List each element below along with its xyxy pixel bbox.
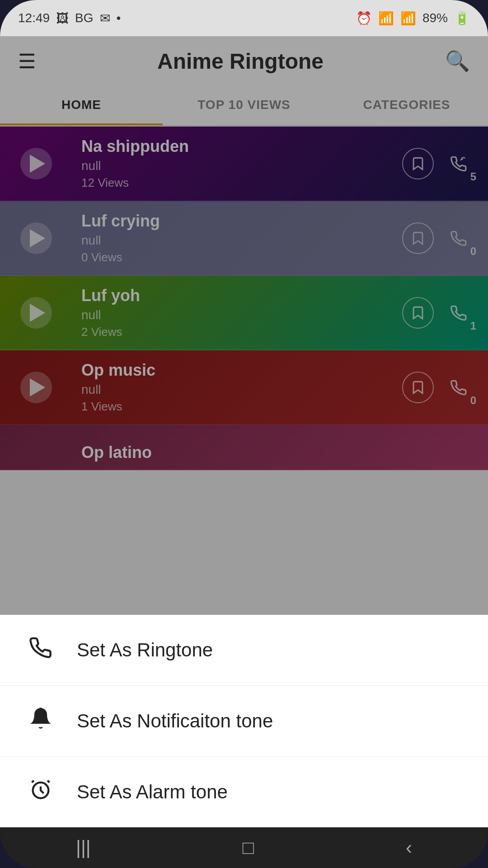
set-as-alarm-button[interactable]: Set As Alarm tone <box>0 757 488 827</box>
set-as-ringtone-button[interactable]: Set As Ringtone <box>0 615 488 686</box>
nav-recents-button[interactable]: ‹ <box>388 832 430 863</box>
status-bar: 12:49 🖼 BG ✉ • ⏰ 📶 📶 89% 🔋 <box>0 0 488 36</box>
status-image-icon: 🖼 <box>56 11 69 26</box>
status-left: 12:49 🖼 BG ✉ • <box>18 11 121 26</box>
set-as-notification-label: Set As Notificaiton tone <box>77 710 273 732</box>
svg-line-3 <box>47 781 49 783</box>
wifi-icon: 📶 <box>378 11 394 26</box>
set-as-alarm-label: Set As Alarm tone <box>77 781 228 803</box>
status-right: ⏰ 📶 📶 89% 🔋 <box>356 11 470 26</box>
app-content: ☰ Anime Ringtone 🔍 HOME TOP 10 VIEWS CAT… <box>0 36 488 827</box>
alarm-clock-icon <box>23 778 59 807</box>
bell-icon <box>23 707 59 736</box>
battery-icon: 🔋 <box>454 11 470 26</box>
set-as-ringtone-label: Set As Ringtone <box>77 639 213 661</box>
phone-icon <box>23 636 59 665</box>
status-bg-label: BG <box>75 11 93 25</box>
phone-frame: 12:49 🖼 BG ✉ • ⏰ 📶 📶 89% 🔋 ☰ Anime Ringt… <box>0 0 488 868</box>
status-dot: • <box>117 11 121 25</box>
alarm-icon: ⏰ <box>356 11 372 26</box>
nav-home-button[interactable]: □ <box>225 832 272 863</box>
battery-label: 89% <box>422 11 448 25</box>
time: 12:49 <box>18 11 50 25</box>
nav-bar: ||| □ ‹ <box>0 827 488 868</box>
signal-icon: 📶 <box>400 11 416 26</box>
status-mail-icon: ✉ <box>100 11 110 26</box>
nav-back-button[interactable]: ||| <box>58 832 109 863</box>
svg-line-2 <box>32 781 34 783</box>
set-as-notification-button[interactable]: Set As Notificaiton tone <box>0 686 488 757</box>
svg-point-0 <box>39 708 42 711</box>
bottom-sheet: Set As Ringtone Set As Notificaiton tone <box>0 615 488 827</box>
